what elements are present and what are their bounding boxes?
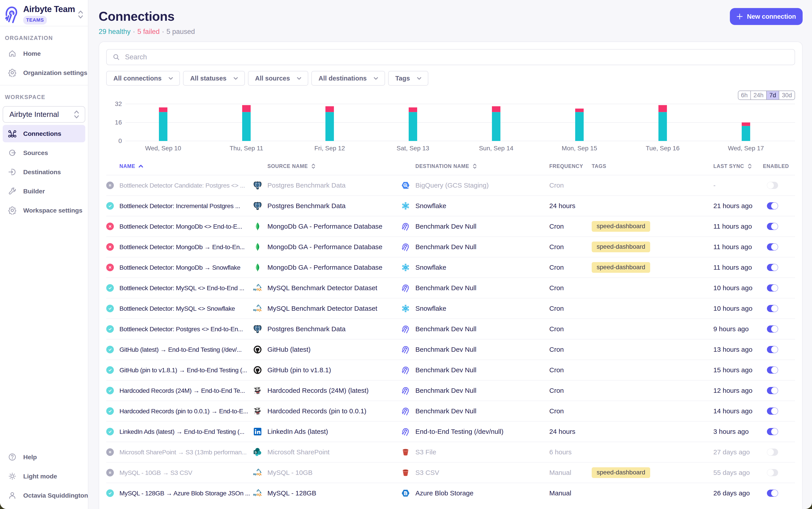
sidebar-item-label: Connections <box>23 130 61 137</box>
status-cell <box>106 428 120 435</box>
frequency: Cron <box>549 387 592 394</box>
enabled-toggle[interactable] <box>767 284 778 292</box>
enabled-toggle[interactable] <box>767 408 778 415</box>
filter-label: All destinations <box>319 75 367 82</box>
filter-all-connections[interactable]: All connections <box>106 71 180 86</box>
frequency: Cron <box>549 407 592 415</box>
column-header-name[interactable]: NAME <box>120 163 253 169</box>
org-switcher[interactable]: Airbyte Team TEAMS <box>0 0 88 26</box>
table-row[interactable]: LinkedIn Ads (latest) → End-to-End Testi… <box>106 421 795 442</box>
page-title: Connections <box>99 9 195 24</box>
enabled-toggle[interactable] <box>767 305 778 312</box>
hardcoded-icon <box>253 407 262 415</box>
status-cell <box>106 346 120 353</box>
search-input[interactable] <box>125 53 789 61</box>
last-sync: 13 hours ago <box>713 346 767 353</box>
table-row[interactable]: Microsoft SharePoint → S3 (13mb performa… <box>106 442 795 462</box>
table-row[interactable]: Bottleneck Detector: MongoDb → End-to-En… <box>106 236 795 257</box>
time-range-7d[interactable]: 7d <box>766 91 779 100</box>
table-row[interactable]: Bottleneck Detector: Postgres <> End-to-… <box>106 318 795 339</box>
tags-cell: speed-dashboard <box>592 242 713 252</box>
connection-name: MySQL - 128GB → Azure Blob Storage JSOn … <box>120 489 253 497</box>
destination-icon-cell <box>401 304 415 313</box>
enabled-toggle[interactable] <box>767 223 778 230</box>
toggle-knob <box>767 449 774 455</box>
sidebar-item-connections[interactable]: Connections <box>3 125 85 142</box>
enabled-toggle[interactable] <box>767 264 778 271</box>
table-row[interactable]: Bottleneck Detector: MongoDb → Snowflake… <box>106 257 795 277</box>
x-tick-label: Mon, Sep 15 <box>562 145 597 152</box>
sidebar-item-label: Octavia Squiddington <box>23 492 88 499</box>
filter-all-statuses[interactable]: All statuses <box>183 71 245 86</box>
table-row[interactable]: Bottleneck Detector Candidate: Postgres … <box>106 175 795 195</box>
source-name: LinkedIn Ads (latest) <box>267 428 401 435</box>
sidebar-item-organization-settings[interactable]: Organization settings <box>3 64 85 81</box>
enabled-toggle[interactable] <box>767 326 778 333</box>
enabled-toggle[interactable] <box>767 428 778 435</box>
enabled-toggle[interactable] <box>767 469 778 476</box>
toggle-cell <box>767 284 795 292</box>
frequency: Cron <box>549 366 592 374</box>
last-sync: 15 hours ago <box>713 366 767 374</box>
last-sync: 9 hours ago <box>713 325 767 333</box>
toggle-cell <box>767 428 795 435</box>
destinations-icon <box>8 168 17 176</box>
sidebar-item-workspace-settings[interactable]: Workspace settings <box>3 202 85 219</box>
sort-icon <box>311 163 316 169</box>
table-row[interactable]: Bottleneck Detector: MySQL <> End-to-End… <box>106 277 795 298</box>
filter-all-destinations[interactable]: All destinations <box>312 71 385 86</box>
sidebar-item-builder[interactable]: Builder <box>3 182 85 200</box>
main-content: Connections 29 healthy·5 failed·5 paused… <box>88 0 812 509</box>
table-row[interactable]: MySQL - 128GB → Azure Blob Storage JSOn … <box>106 483 795 503</box>
toggle-cell <box>767 264 795 271</box>
sidebar-item-light-mode[interactable]: Light mode <box>3 468 85 485</box>
sidebar-item-destinations[interactable]: Destinations <box>3 163 85 181</box>
column-header-source-name[interactable]: SOURCE NAME <box>267 163 401 169</box>
last-sync: 27 days ago <box>713 448 767 456</box>
destination-icon-cell <box>401 489 415 498</box>
destination-name: Benchmark Dev Null <box>415 243 549 251</box>
column-header-last-sync[interactable]: LAST SYNC <box>713 163 767 169</box>
sidebar-item-user[interactable]: Octavia Squiddington <box>3 487 85 504</box>
table-row[interactable]: GitHub (latest) → End-to-End Testing (/d… <box>106 339 795 360</box>
enabled-toggle[interactable] <box>767 182 778 189</box>
time-range-24h[interactable]: 24h <box>750 91 766 100</box>
filter-all-sources[interactable]: All sources <box>248 71 308 86</box>
enabled-toggle[interactable] <box>767 367 778 374</box>
sidebar-item-home[interactable]: Home <box>3 45 85 62</box>
table-row[interactable]: Hardcoded Records (24M) → End-to-End Te.… <box>106 380 795 401</box>
table-row[interactable]: MySQL - 10GB → S3 CSV MySQL - 10GB S3 CS… <box>106 462 795 483</box>
table-row[interactable]: GitHub (pin to v1.8.1) → End-to-End Test… <box>106 360 795 380</box>
toggle-cell <box>767 489 795 497</box>
enabled-toggle[interactable] <box>767 489 778 497</box>
table-row[interactable]: Hardcoded Records (pin to 0.0.1) → End-t… <box>106 401 795 421</box>
sidebar-item-sources[interactable]: Sources <box>3 144 85 162</box>
connection-name: Bottleneck Detector: MongoDb → Snowflake <box>120 264 253 271</box>
time-range-30d[interactable]: 30d <box>779 91 794 100</box>
time-range-6h[interactable]: 6h <box>738 91 750 100</box>
new-connection-button[interactable]: New connection <box>730 8 803 25</box>
enabled-toggle[interactable] <box>767 202 778 209</box>
user-icon <box>8 491 17 500</box>
tag-badge: speed-dashboard <box>592 242 650 252</box>
tags-cell: speed-dashboard <box>592 221 713 232</box>
bar-failed-syncs <box>242 105 251 112</box>
table-row[interactable]: Bottleneck Detector: Incremental Postgre… <box>106 195 795 216</box>
sources-icon <box>8 148 17 157</box>
x-tick-label: Tue, Sep 16 <box>646 145 680 152</box>
table-row[interactable]: Bottleneck Detector: MongoDb <> End-to-E… <box>106 216 795 236</box>
table-row[interactable]: Bottleneck Detector: MySQL <> Snowflake … <box>106 298 795 318</box>
airbyte-icon <box>401 366 410 374</box>
workspace-select[interactable]: Airbyte Internal <box>3 106 85 123</box>
enabled-toggle[interactable] <box>767 243 778 250</box>
column-header-destination-name[interactable]: DESTINATION NAME <box>415 163 549 169</box>
sidebar-item-label: Help <box>23 453 37 461</box>
enabled-toggle[interactable] <box>767 346 778 353</box>
sidebar-item-help[interactable]: Help <box>3 448 85 466</box>
enabled-toggle[interactable] <box>767 448 778 456</box>
toggle-cell <box>767 469 795 476</box>
enabled-toggle[interactable] <box>767 387 778 394</box>
workspace-section-label: WORKSPACE <box>0 86 88 104</box>
filter-tags[interactable]: Tags <box>388 71 428 86</box>
source-name: MySQL Benchmark Detector Dataset <box>267 305 401 312</box>
